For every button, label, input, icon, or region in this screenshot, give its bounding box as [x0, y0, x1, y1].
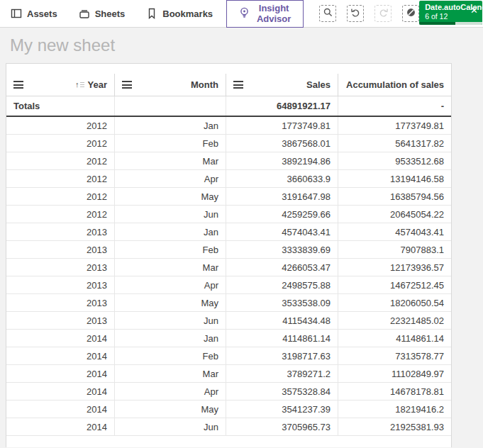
table-cell[interactable]: Jan: [115, 330, 226, 347]
table-cell[interactable]: 3892194.86: [226, 152, 338, 170]
table-cell[interactable]: 14678178.81: [338, 383, 451, 401]
column-menu-icon[interactable]: [13, 81, 23, 89]
table-cell[interactable]: 2013: [6, 241, 115, 259]
table-cell[interactable]: 3533538.09: [226, 294, 338, 312]
table-cell[interactable]: Jun: [115, 418, 226, 436]
undo-arrow-icon: [350, 7, 361, 20]
table-cell[interactable]: 4266053.47: [226, 259, 338, 276]
table-cell[interactable]: Feb: [115, 347, 226, 365]
table-cell[interactable]: 2013: [6, 223, 115, 241]
table-cell[interactable]: 4259259.66: [226, 206, 338, 223]
table-cell[interactable]: Jun: [115, 206, 226, 223]
table-cell[interactable]: 2012: [6, 135, 115, 152]
table-cell[interactable]: 2014: [6, 347, 115, 365]
table-cell[interactable]: 13194146.58: [338, 170, 451, 188]
table-row: 2014Apr3575328.8414678178.81: [6, 383, 451, 401]
table-cell[interactable]: 2013: [6, 276, 115, 294]
table-cell[interactable]: 3660633.9: [226, 170, 338, 188]
column-header-accumulation[interactable]: Accumulation of sales: [338, 74, 451, 96]
table-cell[interactable]: Mar: [115, 259, 226, 276]
bookmark-icon: [146, 8, 157, 19]
column-header-year[interactable]: ↑ Year: [6, 74, 115, 96]
table-cell[interactable]: 20645054.22: [338, 206, 451, 223]
table-cell[interactable]: 18206050.54: [338, 294, 451, 312]
table-cell[interactable]: 3541237.39: [226, 401, 338, 418]
column-header-label: Year: [88, 79, 107, 90]
table-cell[interactable]: 2012: [6, 117, 115, 135]
sheets-button[interactable]: Sheets: [68, 0, 136, 27]
table-cell[interactable]: May: [115, 188, 226, 206]
table-cell[interactable]: 2498575.88: [226, 276, 338, 294]
table-cell[interactable]: Apr: [115, 276, 226, 294]
table-cell[interactable]: 3867568.01: [226, 135, 338, 152]
table-cell[interactable]: 2013: [6, 312, 115, 330]
selection-badge[interactable]: Date.autoCalendar.... 6 of 12 ✕: [419, 1, 482, 25]
table-cell[interactable]: 22321485.02: [338, 312, 451, 330]
selections-back-button[interactable]: [347, 5, 364, 22]
selections-forward-button[interactable]: [374, 5, 392, 22]
table-cell[interactable]: 21925381.93: [338, 418, 451, 436]
table-cell[interactable]: 3191647.98: [226, 188, 338, 206]
table-cell[interactable]: 4115434.48: [226, 312, 338, 330]
table-cell[interactable]: 7313578.77: [338, 347, 451, 365]
table-cell[interactable]: 3333839.69: [226, 241, 338, 259]
table-cell[interactable]: 2014: [6, 383, 115, 401]
table-cell[interactable]: Apr: [115, 383, 226, 401]
table-cell[interactable]: 4574043.41: [338, 223, 451, 241]
table-cell[interactable]: 2012: [6, 152, 115, 170]
table-cell[interactable]: 3198717.63: [226, 347, 338, 365]
table-cell[interactable]: 4114861.14: [226, 330, 338, 347]
table-cell[interactable]: Apr: [115, 170, 226, 188]
totals-sales: 64891921.17: [226, 96, 338, 116]
table-cell[interactable]: May: [115, 294, 226, 312]
table-cell[interactable]: 16385794.56: [338, 188, 451, 206]
table-cell[interactable]: 9533512.68: [338, 152, 451, 170]
table-cell[interactable]: 2014: [6, 401, 115, 418]
table-cell[interactable]: 2014: [6, 418, 115, 436]
table-cell[interactable]: 7907883.1: [338, 241, 451, 259]
table-cell[interactable]: 1773749.81: [338, 117, 451, 135]
column-header-month[interactable]: Month: [115, 74, 226, 96]
column-header-sales[interactable]: Sales: [226, 74, 338, 96]
table-cell[interactable]: 2014: [6, 330, 115, 347]
table-row: 2012Mar3892194.869533512.68: [6, 152, 451, 170]
table-cell[interactable]: 14672512.45: [338, 276, 451, 294]
column-menu-icon[interactable]: [233, 81, 243, 89]
table-cell[interactable]: 2014: [6, 365, 115, 383]
table-cell[interactable]: Mar: [115, 365, 226, 383]
selection-badge-close-icon[interactable]: ✕: [470, 6, 478, 15]
table-cell[interactable]: Feb: [115, 135, 226, 152]
insight-advisor-button[interactable]: Insight Advisor: [226, 0, 304, 28]
table-cell[interactable]: 4574043.41: [226, 223, 338, 241]
table-row: 2013Mar4266053.4712173936.57: [6, 259, 451, 276]
table-cell[interactable]: 3705965.73: [226, 418, 338, 436]
table-cell[interactable]: 3789271.2: [226, 365, 338, 383]
table-header-row: ↑ Year Month Sales Accumulation of sales: [6, 74, 451, 96]
table-cell[interactable]: 12173936.57: [338, 259, 451, 276]
sheets-icon: [79, 8, 90, 19]
bookmarks-button[interactable]: Bookmarks: [135, 0, 223, 27]
table-cell[interactable]: 2013: [6, 259, 115, 276]
bookmarks-label: Bookmarks: [162, 9, 213, 19]
table-cell[interactable]: 2013: [6, 294, 115, 312]
smart-search-button[interactable]: [319, 5, 336, 22]
table-cell[interactable]: Mar: [115, 152, 226, 170]
table-cell[interactable]: 5641317.82: [338, 135, 451, 152]
table-cell[interactable]: Jan: [115, 223, 226, 241]
table-cell[interactable]: 11102849.97: [338, 365, 451, 383]
table-cell[interactable]: 3575328.84: [226, 383, 338, 401]
insight-advisor-bulb-icon: [238, 6, 250, 21]
table-cell[interactable]: 2012: [6, 188, 115, 206]
table-cell[interactable]: Feb: [115, 241, 226, 259]
table-cell[interactable]: 2012: [6, 170, 115, 188]
table-cell[interactable]: Jan: [115, 117, 226, 135]
clear-selections-button[interactable]: [402, 5, 419, 22]
table-cell[interactable]: 18219416.2: [338, 401, 451, 418]
table-cell[interactable]: Jun: [115, 312, 226, 330]
column-menu-icon[interactable]: [122, 81, 132, 89]
table-cell[interactable]: 1773749.81: [226, 117, 338, 135]
table-cell[interactable]: 2012: [6, 206, 115, 223]
assets-button[interactable]: Assets: [0, 0, 68, 27]
table-cell[interactable]: 4114861.14: [338, 330, 451, 347]
table-cell[interactable]: May: [115, 401, 226, 418]
